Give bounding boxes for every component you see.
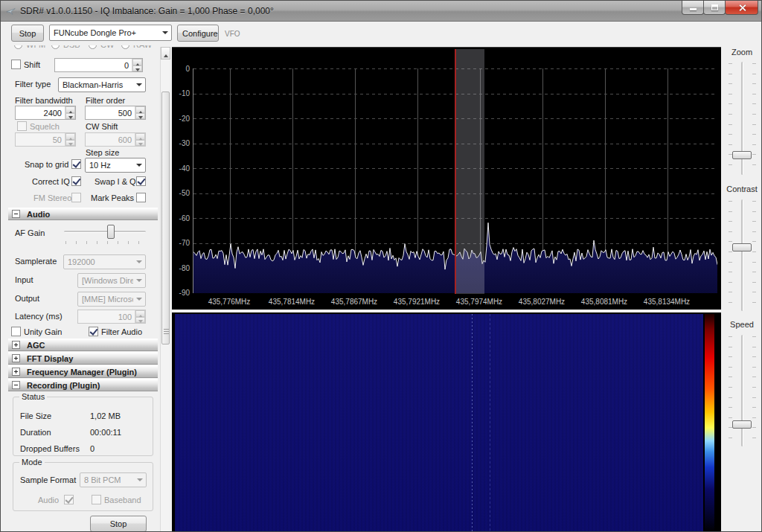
radio-raw-icon[interactable] xyxy=(121,45,129,49)
snap-to-grid-label[interactable]: Snap to grid xyxy=(25,160,68,169)
shift-value[interactable]: 0 xyxy=(55,59,132,71)
samplerate-label: Samplerate xyxy=(15,257,57,266)
af-gain-slider[interactable] xyxy=(64,231,146,233)
filter-bandwidth-spinner[interactable]: 2400 xyxy=(15,106,76,120)
unity-gain-checkbox[interactable] xyxy=(11,327,21,336)
mark-peaks-checkbox[interactable] xyxy=(136,193,146,202)
spin-up-icon[interactable] xyxy=(65,133,75,140)
audio-checkbox[interactable] xyxy=(64,495,74,504)
spin-up-icon[interactable] xyxy=(65,106,75,113)
squelch-label[interactable]: Squelch xyxy=(30,122,60,131)
section-header-recording[interactable]: Recording (Plugin) xyxy=(8,379,158,391)
minimize-button[interactable] xyxy=(682,1,704,15)
filter-bandwidth-band[interactable] xyxy=(456,49,484,294)
filter-type-select[interactable]: Blackman-Harris xyxy=(58,77,146,92)
spin-down-icon[interactable] xyxy=(135,140,145,147)
expand-icon[interactable] xyxy=(12,354,20,362)
samplerate-select[interactable]: 192000 xyxy=(63,254,146,269)
fm-stereo-label[interactable]: FM Stereo xyxy=(33,193,71,202)
play-stop-button[interactable]: Stop xyxy=(11,25,44,42)
expand-icon[interactable] xyxy=(12,368,20,376)
contrast-slider[interactable] xyxy=(741,199,743,311)
baseband-checkbox[interactable] xyxy=(92,495,101,504)
zoom-slider-thumb[interactable] xyxy=(732,151,752,159)
swap-iq-label[interactable]: Swap I & Q xyxy=(95,177,136,186)
speed-slider[interactable] xyxy=(741,335,743,446)
speed-slider-thumb[interactable] xyxy=(732,420,752,429)
spin-down-icon[interactable] xyxy=(65,113,75,120)
filter-audio-checkbox[interactable] xyxy=(89,327,98,336)
section-header-fft-display[interactable]: FFT Display xyxy=(8,352,158,365)
snap-to-grid-checkbox[interactable] xyxy=(71,159,81,169)
close-button[interactable] xyxy=(725,1,758,15)
mark-peaks-label[interactable]: Mark Peaks xyxy=(91,193,134,202)
spin-up-icon[interactable] xyxy=(135,106,145,113)
spin-down-icon[interactable] xyxy=(65,140,75,147)
sidebar-scrollbar[interactable] xyxy=(160,47,170,531)
filter-bandwidth-value[interactable]: 2400 xyxy=(16,106,65,119)
audio-check-label[interactable]: Audio xyxy=(38,496,59,504)
baseband-label[interactable]: Baseband xyxy=(104,496,141,504)
filter-audio-label[interactable]: Filter Audio xyxy=(101,327,142,336)
titlebar[interactable]: SDR# v1.0.0.1150 - IQ Imbalance: Gain = … xyxy=(1,1,761,22)
spin-up-icon[interactable] xyxy=(135,310,145,317)
radio-cw-label[interactable]: CW xyxy=(100,45,114,49)
spin-up-icon[interactable] xyxy=(135,133,145,140)
squelch-value[interactable]: 50 xyxy=(16,133,65,146)
radio-cw-icon[interactable] xyxy=(89,45,97,49)
maximize-button[interactable] xyxy=(703,1,726,15)
section-header-agc[interactable]: AGC xyxy=(8,339,158,351)
section-header-frequency-manager[interactable]: Frequency Manager (Plugin) xyxy=(8,365,158,378)
filter-order-value[interactable]: 500 xyxy=(86,106,135,119)
radio-dsb-icon[interactable] xyxy=(51,45,60,49)
tuning-line[interactable] xyxy=(455,49,456,294)
device-select[interactable]: FUNcube Dongle Pro+ xyxy=(49,25,172,41)
spin-down-icon[interactable] xyxy=(135,317,145,324)
radio-raw-label[interactable]: RAW xyxy=(133,45,152,49)
scrollbar-thumb[interactable] xyxy=(161,92,170,344)
spin-down-icon[interactable] xyxy=(135,113,145,120)
section-header-audio[interactable]: Audio xyxy=(8,208,158,220)
spin-up-icon[interactable] xyxy=(132,59,142,65)
contrast-slider-thumb[interactable] xyxy=(732,243,752,251)
latency-spinner[interactable]: 100 xyxy=(77,310,146,324)
output-label: Output xyxy=(15,294,39,303)
display-area: 0 -10 -20 -30 -40 -50 -60 -70 -80 -90 xyxy=(172,45,721,532)
expand-icon[interactable] xyxy=(12,341,20,349)
filter-order-spinner[interactable]: 500 xyxy=(85,106,146,120)
waterfall-surface[interactable] xyxy=(175,314,703,532)
output-select[interactable]: [MME] Microsoft Sound xyxy=(77,292,146,307)
chevron-down-icon xyxy=(133,295,145,304)
cw-shift-value[interactable]: 600 xyxy=(86,133,135,146)
spin-down-icon[interactable] xyxy=(132,65,142,72)
spectrum-analyzer[interactable]: 0 -10 -20 -30 -40 -50 -60 -70 -80 -90 xyxy=(172,47,721,310)
input-select[interactable]: [Windows DirectSound] xyxy=(77,273,146,288)
sample-format-select[interactable]: 8 Bit PCM xyxy=(80,472,147,487)
collapse-icon[interactable] xyxy=(12,210,20,218)
waterfall-display[interactable] xyxy=(172,313,721,532)
chevron-down-icon xyxy=(133,161,145,170)
correct-iq-checkbox[interactable] xyxy=(71,176,81,186)
mode-radio-row-clipped[interactable]: WFM DSB CW RAW xyxy=(8,45,157,50)
radio-wfm-icon[interactable] xyxy=(14,45,22,49)
squelch-checkbox[interactable] xyxy=(17,121,27,131)
swap-iq-checkbox[interactable] xyxy=(136,176,146,186)
af-gain-label: AF Gain xyxy=(15,228,45,237)
shift-spinner[interactable]: 0 xyxy=(54,58,143,72)
fm-stereo-checkbox[interactable] xyxy=(71,193,81,202)
af-gain-thumb[interactable] xyxy=(107,225,115,239)
shift-checkbox[interactable] xyxy=(11,60,21,69)
cw-shift-spinner[interactable]: 600 xyxy=(85,132,146,147)
correct-iq-label[interactable]: Correct IQ xyxy=(32,177,70,186)
squelch-spinner[interactable]: 50 xyxy=(15,132,76,147)
unity-gain-label[interactable]: Unity Gain xyxy=(24,327,62,336)
collapse-icon[interactable] xyxy=(12,381,20,389)
scrollbar-up-icon[interactable] xyxy=(161,47,170,60)
radio-dsb-label[interactable]: DSB xyxy=(63,45,80,49)
step-size-select[interactable]: 10 Hz xyxy=(85,158,146,173)
radio-wfm-label[interactable]: WFM xyxy=(26,45,45,49)
configure-button[interactable]: Configure xyxy=(177,25,219,42)
shift-label[interactable]: Shift xyxy=(24,60,40,69)
recording-stop-button[interactable]: Stop xyxy=(90,516,147,532)
latency-value[interactable]: 100 xyxy=(78,310,135,323)
